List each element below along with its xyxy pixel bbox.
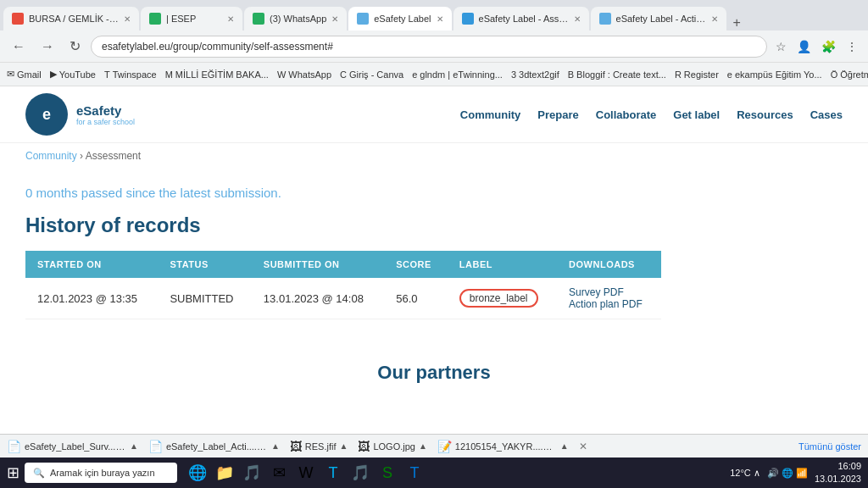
taskbar-search[interactable]: 🔍 Aramak için buraya yazın (25, 463, 177, 483)
tab-3-favicon (253, 13, 264, 25)
download-item-3: 🖼 RES.jfif ▲ (290, 440, 348, 453)
bookmark-ekampus[interactable]: e ekampüs Eğitim Yo... (727, 69, 822, 80)
tab-2-label: | ESEP (166, 14, 222, 24)
taskbar-icon-9[interactable]: T (403, 461, 426, 485)
tab-1-favicon (12, 13, 24, 25)
logo-tagline: for a safer school (76, 118, 135, 126)
bronze-label-badge[interactable]: bronze_label (459, 289, 538, 308)
nav-resources[interactable]: Resources (737, 108, 793, 121)
tab-5-favicon (462, 13, 474, 25)
tab-6-close[interactable]: ✕ (711, 14, 718, 24)
windows-start-button[interactable]: ⊞ (7, 463, 19, 482)
logo-brand: eSafety (76, 103, 135, 118)
tab-6-favicon (599, 13, 611, 25)
nav-community[interactable]: Community (460, 108, 521, 121)
extensions-icon[interactable]: 🧩 (818, 36, 839, 57)
bookmark-3dtext[interactable]: 3 3dtext2gif (511, 69, 559, 80)
bookmark-bloggif[interactable]: B Bloggif : Create text... (568, 69, 666, 80)
bookmark-canva[interactable]: C Giriş - Canva (340, 69, 403, 80)
nav-collaborate[interactable]: Collaborate (596, 108, 657, 121)
bookmark-gmail[interactable]: ✉ Gmail (7, 69, 42, 80)
new-tab-button[interactable]: + (728, 15, 746, 30)
back-button[interactable]: ← (7, 36, 31, 58)
search-label: Aramak için buraya yazın (50, 468, 155, 478)
nav-prepare[interactable]: Prepare (537, 108, 578, 121)
tab-1-close[interactable]: ✕ (124, 14, 131, 24)
tab-5-label: eSafety Label - Assessmen... (479, 14, 569, 24)
settings-icon[interactable]: ⋮ (843, 36, 861, 57)
bookmark-ogretmen[interactable]: Ö Öğretmen Ağı | Öğr... (831, 69, 868, 80)
dl-1-icon: 📄 (7, 440, 21, 453)
taskbar-icon-1[interactable]: 🌐 (186, 461, 209, 485)
system-tray: 12°C ∧ 🔊 🌐 📶 16:09 13.01.2023 (730, 460, 861, 486)
tab-2-close[interactable]: ✕ (227, 14, 234, 24)
dl-2-arrow[interactable]: ▲ (271, 441, 280, 451)
taskbar-icon-8[interactable]: S (376, 461, 399, 485)
show-all-downloads[interactable]: Tümünü göster (798, 441, 861, 452)
downloads-dismiss[interactable]: ✕ (579, 441, 587, 452)
breadcrumb-community[interactable]: Community (25, 150, 77, 162)
taskbar-icon-2[interactable]: 📁 (213, 461, 236, 485)
bookmark-etwinning[interactable]: e glndm | eTwinning... (412, 69, 503, 80)
taskbar-icon-3[interactable]: 🎵 (240, 461, 264, 485)
cell-score: 56.0 (384, 278, 448, 319)
col-score: SCORE (384, 251, 448, 278)
bookmark-milli[interactable]: M MİLLİ EĞİTİM BAKA... (165, 69, 269, 80)
bookmark-whatsapp[interactable]: W WhatsApp (277, 69, 331, 80)
taskbar: ⊞ 🔍 Aramak için buraya yazın 🌐 📁 🎵 ✉ W T… (0, 458, 868, 488)
bookmark-icon[interactable]: ☆ (772, 36, 790, 57)
tab-4-close[interactable]: ✕ (437, 14, 443, 24)
logo-area: e eSafety for a safer school (25, 93, 135, 136)
bookmark-twinspace[interactable]: T Twinspace (104, 69, 157, 80)
dl-2-name: eSafety_Label_Acti....pdf (166, 441, 268, 452)
dl-3-arrow[interactable]: ▲ (340, 441, 348, 451)
dl-3-name: RES.jfif (305, 441, 337, 452)
table-row: 12.01.2023 @ 13:35 SUBMITTED 13.01.2023 … (25, 278, 661, 319)
download-item-5: 📝 12105154_YAKYR....docx ▲ (437, 440, 569, 453)
address-text: esafetylabel.eu/group/community/self-ass… (102, 41, 333, 53)
breadcrumb-assessment: Assessment (86, 150, 141, 162)
taskbar-icon-4[interactable]: ✉ (267, 461, 291, 485)
tab-2[interactable]: | ESEP ✕ (141, 7, 242, 30)
tab-3[interactable]: (3) WhatsApp ✕ (244, 7, 347, 30)
dl-5-name: 12105154_YAKYR....docx (455, 441, 557, 452)
breadcrumb-separator: › (80, 150, 86, 162)
forward-button[interactable]: → (36, 36, 59, 58)
tab-4[interactable]: eSafety Label ✕ (348, 7, 451, 30)
dl-4-arrow[interactable]: ▲ (419, 441, 427, 451)
tab-1-label: BURSA / GEMLİK - Lale Ker... (29, 14, 119, 24)
tab-bar: BURSA / GEMLİK - Lale Ker... ✕ | ESEP ✕ … (0, 0, 868, 30)
site-header: e eSafety for a safer school Community P… (0, 86, 868, 143)
bookmark-register[interactable]: R Register (675, 69, 719, 80)
address-bar[interactable]: esafetylabel.eu/group/community/self-ass… (91, 36, 767, 58)
profile-icon[interactable]: 👤 (793, 36, 815, 57)
search-icon: 🔍 (33, 468, 45, 479)
cell-started-on: 12.01.2023 @ 13:35 (25, 278, 158, 319)
bookmark-youtube[interactable]: ▶ YouTube (50, 69, 96, 80)
tab-6[interactable]: eSafety Label - Action Plan... ✕ (591, 7, 726, 30)
dl-1-arrow[interactable]: ▲ (130, 441, 138, 451)
action-plan-pdf-link[interactable]: Action plan PDF (569, 298, 649, 310)
tab-5[interactable]: eSafety Label - Assessmen... ✕ (453, 7, 589, 30)
nav-get-label[interactable]: Get label (673, 108, 720, 121)
col-label: LABEL (448, 251, 557, 278)
tab-1[interactable]: BURSA / GEMLİK - Lale Ker... ✕ (3, 7, 139, 30)
logo-texts: eSafety for a safer school (76, 103, 135, 126)
nav-cases[interactable]: Cases (810, 108, 843, 121)
tab-5-close[interactable]: ✕ (574, 14, 581, 24)
dl-5-arrow[interactable]: ▲ (560, 441, 569, 451)
nav-bar: ← → ↻ esafetylabel.eu/group/community/se… (0, 30, 868, 63)
dl-5-icon: 📝 (437, 440, 452, 453)
refresh-button[interactable]: ↻ (64, 35, 86, 58)
clock-time: 16:09 (815, 460, 861, 473)
downloads-bar: 📄 eSafety_Label_Surv....pdf ▲ 📄 eSafety_… (0, 434, 868, 458)
taskbar-icon-5[interactable]: W (294, 461, 318, 485)
survey-pdf-link[interactable]: Survey PDF (569, 286, 649, 298)
taskbar-icon-7[interactable]: 🎵 (348, 461, 372, 485)
breadcrumb: Community › Assessment (0, 143, 868, 169)
download-item-2: 📄 eSafety_Label_Acti....pdf ▲ (148, 440, 280, 453)
taskbar-icon-6[interactable]: T (321, 461, 345, 485)
cell-label: bronze_label (448, 278, 557, 319)
tab-3-close[interactable]: ✕ (331, 14, 338, 24)
tray-icons: 🔊 🌐 📶 (767, 468, 808, 479)
